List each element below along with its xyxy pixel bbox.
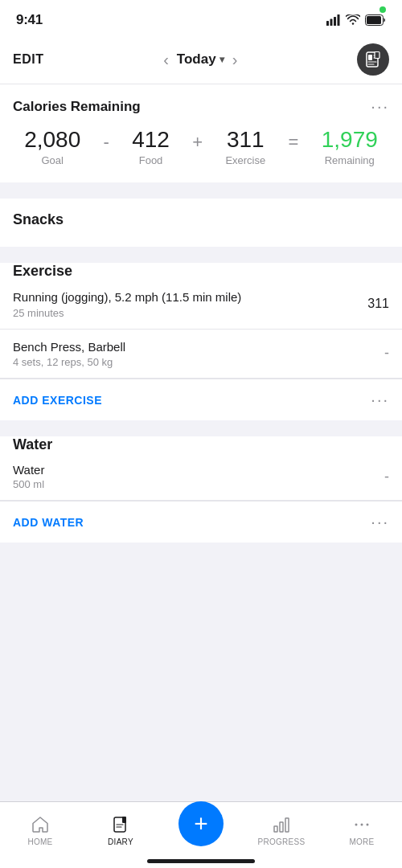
food-value: 412 [132,129,170,151]
more-icon [352,815,371,834]
exercise-info-2: Bench Press, Barbell 4 sets, 12 reps, 50… [13,339,125,369]
tab-more-label: MORE [349,837,374,846]
edit-button[interactable]: EDIT [13,52,43,67]
svg-point-22 [361,823,363,825]
water-name-1: Water [13,463,44,477]
status-bar: 9:41 [0,0,402,35]
calories-header: Calories Remaining ··· [13,97,389,116]
svg-rect-18 [274,826,277,832]
plus-operator: + [192,129,203,153]
wifi-icon [346,14,360,26]
separator-1 [0,182,402,190]
exercise-label: Exercise [225,154,265,166]
prev-arrow[interactable]: ‹ [163,51,169,69]
goal-item: 2,080 Goal [24,129,80,166]
remaining-item: 1,979 Remaining [322,129,378,166]
tab-add[interactable]: + [161,801,241,859]
calories-title: Calories Remaining [13,99,141,115]
exercise-name-1: Running (jogging), 5.2 mph (11.5 min mil… [13,289,241,305]
add-exercise-row: ADD EXERCISE ··· [0,379,402,420]
water-section: Water Water 500 ml - ADD WATER ··· [0,436,402,542]
next-arrow[interactable]: › [232,51,238,69]
exercise-value: 311 [227,129,265,151]
tab-progress-label: PROGRESS [257,837,305,846]
minus-operator: - [104,129,109,153]
calories-menu[interactable]: ··· [371,97,389,116]
calories-card: Calories Remaining ··· 2,080 Goal - 412 … [0,84,402,182]
svg-rect-1 [330,19,333,27]
snacks-title: Snacks [13,211,389,228]
svg-rect-5 [367,16,381,24]
header-nav: EDIT ‹ Today ▾ › [0,35,402,84]
tab-progress[interactable]: PROGRESS [241,815,322,846]
svg-rect-7 [368,55,372,60]
bottom-spacer [0,542,402,615]
add-button[interactable]: + [178,801,224,846]
exercise-title: Exercise [0,250,85,289]
exercise-info-1: Running (jogging), 5.2 mph (11.5 min mil… [13,289,241,319]
tab-home[interactable]: HOME [0,815,80,846]
status-icons [326,14,386,26]
svg-rect-3 [338,14,340,26]
battery-icon [365,14,386,26]
goal-label: Goal [41,154,63,166]
exercise-cal-item: 311 Exercise [225,129,265,166]
goal-value: 2,080 [24,129,80,151]
exercise-calories-1: 311 [367,297,389,311]
diary-icon [364,51,382,68]
water-info-1: Water 500 ml [13,463,44,490]
food-label: Food [139,154,163,166]
nav-title[interactable]: Today ▾ [177,51,224,68]
water-menu[interactable]: ··· [371,513,389,531]
tab-home-label: HOME [27,837,52,846]
svg-rect-15 [122,817,126,823]
exercise-detail-2: 4 sets, 12 reps, 50 kg [13,356,125,368]
exercise-detail-1: 25 minutes [13,307,241,319]
svg-point-23 [367,823,369,825]
snacks-section: Snacks [0,199,402,247]
water-value-1: - [384,469,389,485]
diary-tab-icon [111,815,130,834]
signal-icon [326,14,341,26]
calories-row: 2,080 Goal - 412 Food + 311 Exercise = 1… [13,129,389,166]
home-icon [31,815,50,834]
exercise-calories-2: - [384,345,389,362]
svg-rect-20 [285,818,289,832]
green-dot [379,6,386,13]
equals-operator: = [289,129,299,153]
svg-point-21 [355,823,358,825]
progress-icon [272,815,291,834]
nav-center: ‹ Today ▾ › [163,51,237,69]
remaining-label: Remaining [325,154,375,166]
profile-button[interactable] [357,43,389,76]
add-water-row: ADD WATER ··· [0,501,402,542]
tab-more[interactable]: MORE [322,815,402,846]
water-title: Water [0,424,65,462]
home-indicator [147,859,255,863]
water-detail-1: 500 ml [13,478,44,490]
exercise-section: Exercise Running (jogging), 5.2 mph (11.… [0,263,402,420]
exercise-name-2: Bench Press, Barbell [13,339,125,355]
exercise-item-2[interactable]: Bench Press, Barbell 4 sets, 12 reps, 50… [0,330,402,379]
tab-diary-label: DIARY [108,837,133,846]
food-item: 412 Food [132,129,170,166]
dropdown-chevron[interactable]: ▾ [219,54,224,65]
remaining-value: 1,979 [322,129,378,151]
svg-rect-0 [326,21,329,26]
add-exercise-button[interactable]: ADD EXERCISE [13,394,102,407]
add-water-button[interactable]: ADD WATER [13,516,84,529]
tab-diary[interactable]: DIARY [80,815,161,846]
exercise-menu[interactable]: ··· [371,391,389,409]
tab-bar: HOME DIARY + PROGRESS MORE [0,801,402,868]
plus-icon: + [194,812,208,836]
status-time: 9:41 [16,12,43,28]
svg-rect-2 [334,17,336,26]
svg-rect-19 [280,822,283,832]
